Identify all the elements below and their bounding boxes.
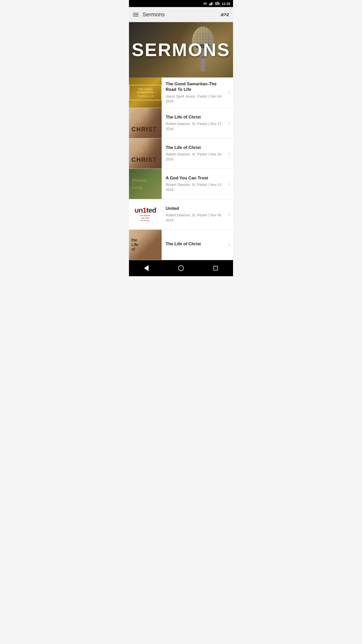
battery-icon <box>215 2 220 5</box>
hero-text: SERMONS <box>132 39 230 60</box>
sermon-thumbnail: the Life of <box>129 230 162 260</box>
network-status: 4G <box>203 2 207 5</box>
sermon-title: A God You Can Trust <box>166 175 222 181</box>
bottom-navigation <box>129 260 233 276</box>
sermon-item[interactable]: the Life of CHRIST The Life of Christ Ro… <box>129 138 233 169</box>
thumb-line1: THE GOOD SAMARITAN: <box>133 88 158 94</box>
sermon-info: The Life of Christ Robert Dawson, Sr. Pa… <box>162 142 225 165</box>
sermon-thumbnail: the Life of CHRIST <box>129 138 162 169</box>
chevron-right-icon: › <box>225 120 233 126</box>
sermon-title: United <box>166 206 222 211</box>
sermon-title: The Good Samaritan-The Road To Life <box>166 81 222 92</box>
home-button[interactable] <box>176 263 186 273</box>
app-bar: Sermons a>z <box>129 7 233 22</box>
sermon-meta: Robert Dawson, Sr. Pastor | Nov 27 2016 <box>166 122 222 131</box>
sermon-thumbnail: THE GOOD SAMARITAN: The Road to Life <box>129 77 162 108</box>
chevron-right-icon: › <box>225 150 233 157</box>
sermon-title: The Life of Christ <box>166 114 222 120</box>
chevron-right-icon: › <box>225 211 233 218</box>
sermon-info: United Robert Dawson, Sr. Pastor | Nov 0… <box>162 203 225 226</box>
sermon-info: A God You Can Trust Robert Dawson, Sr. P… <box>162 172 225 195</box>
sermon-title: The Life of Christ <box>166 145 222 150</box>
sermon-thumbnail: un1ted one purpose one vision for the on… <box>129 199 162 229</box>
back-button[interactable] <box>141 263 151 273</box>
sermon-title: The Life of Christ <box>166 241 222 247</box>
menu-button[interactable] <box>133 13 139 16</box>
svg-rect-5 <box>219 3 219 4</box>
sermon-item[interactable]: THE GOOD SAMARITAN: The Road to Life The… <box>129 77 233 108</box>
chevron-right-icon: › <box>225 89 233 96</box>
sermon-meta: Robert Dawson, Sr. Pastor | Nov 20 2016 <box>166 152 222 162</box>
sermon-meta: Robert Dawson, Sr. Pastor | Nov 06 2016 <box>166 213 222 223</box>
sermon-info: The Life of Christ <box>162 238 225 251</box>
sermon-info: The Good Samaritan-The Road To Life Jaso… <box>162 78 225 107</box>
status-bar: 4G 11:19 <box>129 0 233 7</box>
svg-rect-1 <box>210 3 211 5</box>
hero-banner: SM58 SERMONS <box>129 22 233 77</box>
sermon-list: THE GOOD SAMARITAN: The Road to Life The… <box>129 77 233 260</box>
svg-rect-0 <box>209 4 210 5</box>
chevron-right-icon: › <box>225 181 233 187</box>
signal-icon <box>209 2 213 5</box>
sermon-thumbnail: the Life of CHRIST <box>129 108 162 138</box>
page-title: Sermons <box>143 11 165 18</box>
sermon-item[interactable]: the Life of The Life of Christ › <box>129 230 233 260</box>
svg-rect-3 <box>212 2 213 5</box>
sort-az-button[interactable]: a>z <box>221 12 229 17</box>
sermon-item[interactable]: Wisdom for Living A God You Can Trust Ro… <box>129 169 233 199</box>
sermon-item[interactable]: the Life of CHRIST The Life of Christ Ro… <box>129 108 233 138</box>
chevron-right-icon: › <box>225 242 233 248</box>
sermon-info: The Life of Christ Robert Dawson, Sr. Pa… <box>162 111 225 134</box>
sermon-meta: Jason Spell, Assoc. Pastor | Dec 04 2016 <box>166 94 222 104</box>
svg-rect-2 <box>211 2 212 5</box>
recents-button[interactable] <box>211 263 221 273</box>
time-display: 11:19 <box>222 2 230 6</box>
sermon-meta: Robert Dawson, Sr. Pastor | Nov 13 2016 <box>166 182 222 192</box>
sermon-item[interactable]: un1ted one purpose one vision for the on… <box>129 199 233 230</box>
thumb-line2: The Road to Life <box>133 95 158 97</box>
sermon-thumbnail: Wisdom for Living <box>129 169 162 199</box>
